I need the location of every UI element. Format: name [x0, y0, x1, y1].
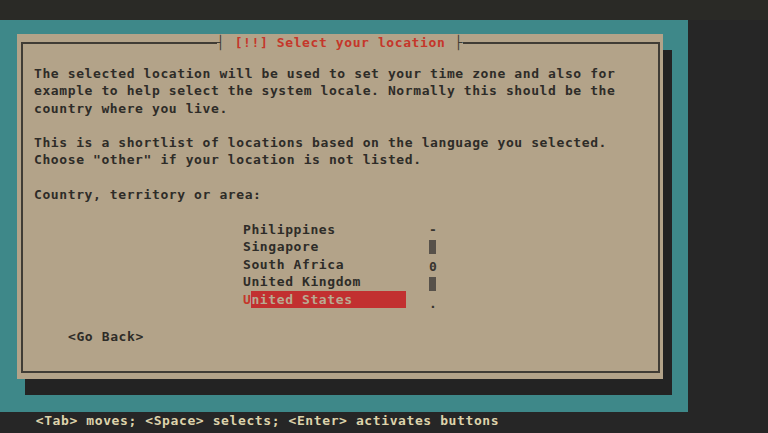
framebuffer: { "console": { "boot_log": "[ 1.257500] … [0, 0, 768, 433]
list-item-singapore[interactable]: Singapore [243, 238, 406, 255]
scrollbar-thumb-2 [429, 277, 439, 294]
boot-console-bar: [ 1.257500] Freeing unused kernel memory… [0, 0, 768, 20]
scrollbar-mark-middle: 0 [429, 258, 439, 275]
dialog-title-text: [!!] Select your location [234, 35, 447, 50]
scrollbar-mark-bottom: . [429, 295, 439, 312]
country-listbox: Philippines Singapore South Africa Unite… [243, 221, 406, 308]
scrollbar-mark-top: - [429, 221, 439, 238]
scrollbar-thumb [429, 240, 439, 257]
scrollbar-thumb-block-2 [429, 277, 436, 291]
title-left-junction: ┤ [217, 35, 234, 50]
title-right-junction: ├ [446, 35, 463, 50]
help-bar-text: <Tab> moves; <Space> selects; <Enter> ac… [36, 413, 499, 428]
country-field-label: Country, territory or area: [34, 186, 262, 203]
list-item-philippines[interactable]: Philippines [243, 221, 406, 238]
dialog-title: ┤ [!!] Select your location ├ [17, 35, 663, 51]
list-item-united-kingdom[interactable]: United Kingdom [243, 273, 406, 290]
keyboard-help-bar: <Tab> moves; <Space> selects; <Enter> ac… [0, 395, 688, 412]
dialog-paragraph-shortlist: This is a shortlist of locations based o… [34, 134, 607, 169]
selected-item-highlight: nited States [251, 291, 406, 308]
selection-cursor: U [243, 291, 251, 308]
list-item-south-africa[interactable]: South Africa [243, 256, 406, 273]
list-item-united-states-selected[interactable]: United States [243, 291, 406, 308]
scrollbar-thumb-block [429, 240, 436, 254]
installer-screen: ┤ [!!] Select your location ├ The select… [0, 20, 688, 412]
go-back-button[interactable]: <Go Back> [68, 328, 144, 345]
select-location-dialog: ┤ [!!] Select your location ├ The select… [17, 34, 663, 379]
dialog-paragraph-timezone: The selected location will be used to se… [34, 65, 615, 117]
listbox-scrollbar: - 0 . [429, 221, 439, 312]
